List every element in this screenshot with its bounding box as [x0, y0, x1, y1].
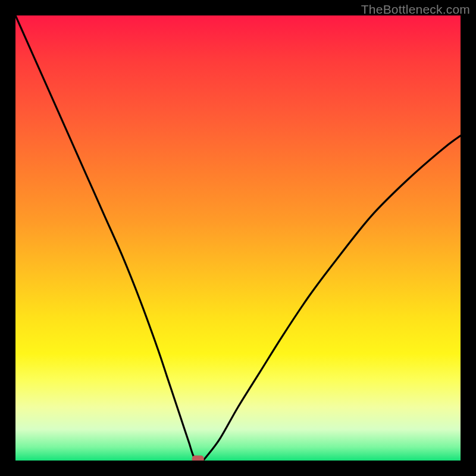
bottleneck-curve: [15, 15, 461, 461]
chart-frame: TheBottleneck.com: [0, 0, 476, 476]
plot-area: [15, 15, 461, 461]
watermark-text: TheBottleneck.com: [361, 2, 470, 17]
minimum-marker: [192, 456, 204, 461]
curve-svg: [15, 15, 461, 461]
